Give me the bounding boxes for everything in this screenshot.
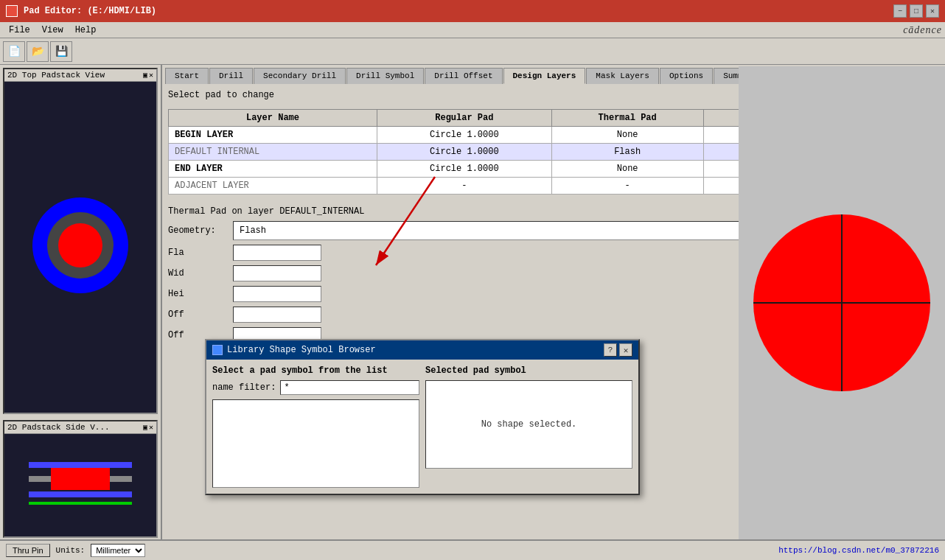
status-bar: Thru Pin Units: Millimeter Inch Mils htt… — [0, 539, 945, 560]
app-icon — [6, 5, 18, 17]
layer-default-internal: DEFAULT INTERNAL — [169, 144, 377, 161]
side-view-close[interactable]: ✕ — [149, 423, 153, 432]
left-section-title: Select a pad symbol from the list — [212, 365, 419, 376]
dialog-close-button[interactable]: ✕ — [619, 343, 632, 357]
pad-visualization — [739, 66, 945, 539]
dialog-title-left: Library Shape Symbol Browser — [212, 345, 376, 355]
dialog-icon — [212, 345, 223, 355]
view-controls: ▣ ✕ — [143, 71, 153, 80]
cadence-logo: cādence — [903, 24, 942, 36]
default-thermal: Flash — [551, 144, 703, 161]
side-view-panel: 2D Padstack Side V... ▣ ✕ — [3, 420, 158, 538]
width-input[interactable] — [233, 265, 321, 281]
width-label: Fla — [168, 248, 227, 258]
top-view-panel: 2D Top Padstack View ▣ ✕ — [3, 68, 158, 414]
circle-middle-ring — [47, 212, 114, 279]
symbol-list-box[interactable] — [212, 399, 419, 488]
new-file-button[interactable]: 📄 — [3, 41, 25, 62]
view-icon-1[interactable]: ▣ — [143, 71, 147, 80]
layer-begin: BEGIN LAYER — [169, 127, 377, 144]
selected-symbol-box: No shape selected. — [425, 380, 632, 469]
open-file-button[interactable]: 📂 — [27, 41, 49, 62]
dialog-left-column: Select a pad symbol from the list name f… — [212, 365, 419, 488]
begin-regular: Circle 1.0000 — [377, 127, 551, 144]
adjacent-regular: - — [377, 178, 551, 195]
geometry-label: Geometry: — [168, 225, 227, 236]
side-bottom-blue — [29, 491, 132, 497]
side-top-blue — [29, 462, 132, 468]
left-panel: 2D Top Padstack View ▣ ✕ 2D Padstack Sid… — [0, 65, 162, 559]
filter-row: name filter: — [212, 380, 419, 395]
side-view-title: 2D Padstack Side V... ▣ ✕ — [4, 421, 156, 434]
red-circle-container — [753, 214, 930, 391]
maximize-button[interactable]: □ — [910, 4, 923, 18]
offset-x-label: Off — [168, 309, 227, 320]
dialog-right-column: Selected pad symbol No shape selected. — [425, 365, 632, 488]
offset-x-input[interactable] — [233, 307, 321, 323]
circle-outer-ring — [32, 197, 128, 293]
side-view-content — [4, 434, 156, 533]
end-regular: Circle 1.0000 — [377, 161, 551, 178]
layer-adjacent: ADJACENT LAYER — [169, 178, 377, 195]
width2-label: Wid — [168, 268, 227, 279]
tab-drill-offset[interactable]: Drill Offset — [425, 68, 502, 84]
tab-secondary-drill[interactable]: Secondary Drill — [254, 68, 346, 84]
side-view-controls: ▣ ✕ — [143, 423, 153, 432]
right-section-title: Selected pad symbol — [425, 365, 632, 376]
dialog-title-bar: Library Shape Symbol Browser ? ✕ — [206, 340, 638, 360]
filter-input[interactable] — [280, 380, 419, 395]
layer-end: END LAYER — [169, 161, 377, 178]
dialog-title-text: Library Shape Symbol Browser — [227, 345, 376, 355]
red-circle — [753, 214, 930, 391]
menu-view[interactable]: View — [36, 24, 69, 37]
dialog-content: Select a pad symbol from the list name f… — [206, 360, 638, 494]
top-view-title: 2D Top Padstack View ▣ ✕ — [4, 69, 156, 82]
units-label: Units: — [56, 546, 86, 555]
tab-start[interactable]: Start — [165, 68, 209, 84]
tab-design-layers[interactable]: Design Layers — [503, 68, 586, 84]
toolbar: 📄 📂 💾 — [0, 38, 945, 65]
menu-bar: File View Help cādence — [0, 22, 945, 38]
menu-help[interactable]: Help — [69, 24, 102, 37]
save-file-button[interactable]: 💾 — [50, 41, 72, 62]
height-label: Hei — [168, 289, 227, 299]
top-view-label: 2D Top Padstack View — [7, 71, 105, 80]
height-input[interactable] — [233, 286, 321, 302]
minimize-button[interactable]: − — [893, 4, 907, 18]
filter-label: name filter: — [212, 382, 276, 393]
end-thermal: None — [551, 161, 703, 178]
window-title: Pad Editor: (E:/HDMI/LIB) — [24, 6, 156, 16]
dialog-columns: Select a pad symbol from the list name f… — [212, 365, 632, 488]
default-regular: Circle 1.0000 — [377, 144, 551, 161]
side-green-bar — [29, 502, 132, 505]
col-thermal-pad: Thermal Pad — [551, 110, 703, 127]
view-close-1[interactable]: ✕ — [149, 71, 153, 80]
dialog-help-button[interactable]: ? — [604, 343, 617, 357]
side-view-label: 2D Padstack Side V... — [7, 423, 110, 432]
tab-drill-symbol[interactable]: Drill Symbol — [346, 68, 424, 84]
col-regular-pad: Regular Pad — [377, 110, 551, 127]
circle-inner-fill — [58, 223, 102, 267]
tab-options[interactable]: Options — [660, 68, 713, 84]
side-view-icon-1[interactable]: ▣ — [143, 423, 147, 432]
units-select[interactable]: Millimeter Inch Mils — [91, 544, 145, 557]
status-url: https://blog.csdn.net/m0_37872216 — [778, 546, 939, 555]
col-layer-name: Layer Name — [169, 110, 377, 127]
thru-pin-button[interactable]: Thru Pin — [6, 544, 50, 557]
close-button[interactable]: ✕ — [926, 4, 939, 18]
flash-input[interactable] — [233, 245, 321, 261]
begin-thermal: None — [551, 127, 703, 144]
title-bar: Pad Editor: (E:/HDMI/LIB) − □ ✕ — [0, 0, 945, 22]
tab-drill[interactable]: Drill — [209, 68, 253, 84]
top-circle-view — [4, 82, 156, 409]
title-bar-left: Pad Editor: (E:/HDMI/LIB) — [6, 5, 156, 17]
menu-file[interactable]: File — [3, 24, 36, 37]
title-bar-controls: − □ ✕ — [893, 4, 939, 18]
adjacent-thermal: - — [551, 178, 703, 195]
crosshair-vertical — [841, 214, 843, 391]
tab-mask-layers[interactable]: Mask Layers — [586, 68, 659, 84]
no-shape-text: No shape selected. — [426, 381, 632, 468]
symbol-browser-dialog: Library Shape Symbol Browser ? ✕ Select … — [205, 339, 640, 495]
side-red-pad — [51, 468, 110, 490]
